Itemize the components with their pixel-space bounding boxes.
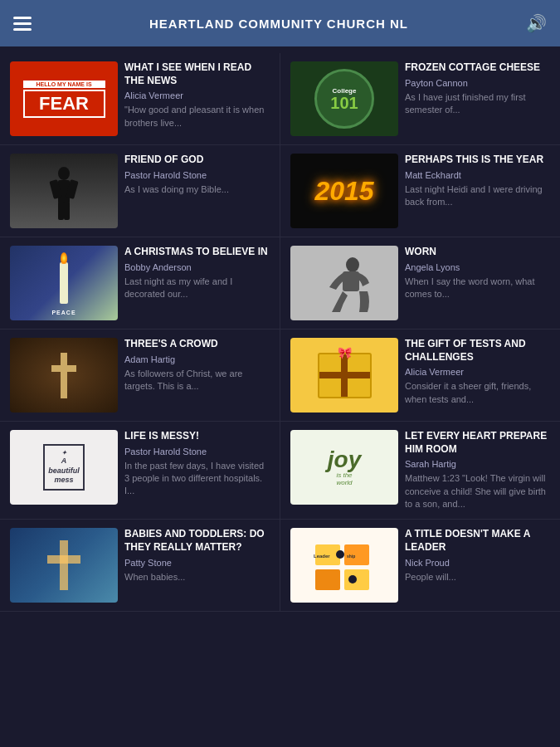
article-excerpt: "How good and pleasant it is when brothe… bbox=[124, 104, 270, 129]
article-info: FROZEN COTTAGE CHEESE Payton Cannon As I… bbox=[405, 61, 550, 116]
article-thumbnail bbox=[290, 246, 398, 320]
svg-rect-4 bbox=[58, 202, 64, 220]
article-thumbnail: joy is the world bbox=[290, 430, 398, 505]
article-row-pair-3: PEACE A CHRISTMAS TO BELIEVE IN Bobby An… bbox=[0, 237, 560, 330]
article-title: PERHAPS THIS IS THE YEAR bbox=[405, 154, 550, 167]
list-item[interactable]: 2015 PERHAPS THIS IS THE YEAR Matt Eckha… bbox=[280, 145, 560, 237]
article-author: Sarah Hartig bbox=[405, 459, 550, 469]
svg-point-12 bbox=[336, 550, 344, 559]
svg-text:ship: ship bbox=[347, 554, 355, 559]
article-title: WHAT I SEE WHEN I READ THE NEWS bbox=[124, 61, 270, 87]
article-info: BABIES AND TODDLERS: DO THEY REALLY MATT… bbox=[124, 528, 270, 583]
list-item[interactable]: 🎀 THE GIFT OF TESTS AND CHALLENGES Alici… bbox=[280, 330, 560, 421]
article-author: Adam Hartig bbox=[124, 354, 270, 364]
article-excerpt: Matthew 1:23 "Look! The virgin will conc… bbox=[405, 472, 550, 510]
article-excerpt: As I have just finished my first semeste… bbox=[405, 91, 550, 117]
list-item[interactable]: THREE'S A CROWD Adam Hartig As followers… bbox=[0, 330, 280, 421]
article-info: LIFE IS MESSY! Pastor Harold Stone In th… bbox=[124, 430, 270, 498]
article-thumbnail: College 101 bbox=[290, 61, 398, 136]
article-title: FROZEN COTTAGE CHEESE bbox=[405, 61, 550, 75]
article-thumbnail: Leader ship bbox=[290, 528, 398, 603]
article-info: WORN Angela Lyons When I say the word wo… bbox=[405, 246, 550, 300]
article-info: FRIEND OF GOD Pastor Harold Stone As I w… bbox=[124, 154, 270, 196]
svg-point-13 bbox=[348, 575, 357, 583]
article-author: Payton Cannon bbox=[405, 78, 550, 88]
list-item[interactable]: WORN Angela Lyons When I say the word wo… bbox=[280, 237, 560, 329]
article-title: THE GIFT OF TESTS AND CHALLENGES bbox=[405, 338, 550, 364]
article-title: LET EVERY HEART PREPARE HIM ROOM bbox=[405, 430, 550, 456]
list-item[interactable]: FRIEND OF GOD Pastor Harold Stone As I w… bbox=[0, 145, 280, 237]
article-author: Bobby Anderson bbox=[124, 262, 270, 272]
silhouette-icon bbox=[47, 167, 80, 225]
list-item[interactable]: PEACE A CHRISTMAS TO BELIEVE IN Bobby An… bbox=[0, 237, 280, 329]
article-author: Matt Eckhardt bbox=[405, 170, 550, 180]
article-thumbnail: 🎀 bbox=[290, 338, 398, 413]
svg-rect-5 bbox=[64, 202, 70, 220]
article-info: THREE'S A CROWD Adam Hartig As followers… bbox=[124, 338, 270, 393]
list-item[interactable]: College 101 FROZEN COTTAGE CHEESE Payton… bbox=[280, 53, 560, 144]
article-author: Pastor Harold Stone bbox=[124, 447, 270, 456]
article-info: A CHRISTMAS TO BELIEVE IN Bobby Anderson… bbox=[124, 246, 270, 300]
svg-rect-10 bbox=[315, 569, 340, 590]
article-title: A TITLE DOESN'T MAKE A LEADER bbox=[405, 528, 550, 554]
article-excerpt: People will... bbox=[405, 571, 550, 583]
app-header: HEARTLAND COMMUNITY CHURCH NL 🔊 bbox=[0, 0, 560, 46]
article-excerpt: In the past few days, I have visited 3 p… bbox=[124, 460, 270, 498]
article-author: Nick Proud bbox=[405, 558, 550, 568]
article-excerpt: When babies... bbox=[124, 571, 270, 583]
article-thumbnail: ✦ Abeautifulmess bbox=[10, 430, 118, 505]
list-item[interactable]: joy is the world LET EVERY HEART PREPARE… bbox=[280, 422, 560, 519]
header-title: HEARTLAND COMMUNITY CHURCH NL bbox=[32, 17, 526, 31]
svg-text:Leader: Leader bbox=[314, 554, 330, 559]
svg-point-0 bbox=[58, 167, 70, 180]
article-row-pair-1: HELLO MY NAME IS FEAR WHAT I SEE WHEN I … bbox=[0, 53, 560, 145]
article-author: Patty Stone bbox=[124, 558, 270, 568]
list-item[interactable]: HELLO MY NAME IS FEAR WHAT I SEE WHEN I … bbox=[0, 53, 280, 144]
article-thumbnail bbox=[10, 154, 118, 228]
article-author: Angela Lyons bbox=[405, 262, 550, 272]
speaker-icon[interactable]: 🔊 bbox=[526, 13, 547, 33]
article-title: BABIES AND TODDLERS: DO THEY REALLY MATT… bbox=[124, 528, 270, 554]
list-item[interactable]: ✦ Abeautifulmess LIFE IS MESSY! Pastor H… bbox=[0, 422, 280, 519]
article-row-pair-2: FRIEND OF GOD Pastor Harold Stone As I w… bbox=[0, 145, 560, 237]
article-author: Pastor Harold Stone bbox=[124, 170, 270, 180]
list-item[interactable]: BABIES AND TODDLERS: DO THEY REALLY MATT… bbox=[0, 520, 280, 611]
article-excerpt: Last night as my wife and I decorated ou… bbox=[124, 276, 270, 301]
svg-rect-11 bbox=[344, 569, 369, 590]
article-info: A TITLE DOESN'T MAKE A LEADER Nick Proud… bbox=[405, 528, 550, 583]
article-thumbnail: HELLO MY NAME IS FEAR bbox=[10, 61, 118, 136]
list-item[interactable]: Leader ship A TITLE DOESN'T MAKE A LEADE… bbox=[280, 520, 560, 611]
article-title: A CHRISTMAS TO BELIEVE IN bbox=[124, 246, 270, 259]
article-thumbnail bbox=[10, 338, 118, 413]
menu-button[interactable] bbox=[13, 17, 32, 31]
article-title: THREE'S A CROWD bbox=[124, 338, 270, 351]
article-excerpt: As I was doing my Bible... bbox=[124, 183, 270, 196]
article-info: LET EVERY HEART PREPARE HIM ROOM Sarah H… bbox=[405, 430, 550, 510]
article-thumbnail: PEACE bbox=[10, 246, 118, 320]
article-excerpt: As followers of Christ, we are targets. … bbox=[124, 368, 270, 393]
article-thumbnail: 2015 bbox=[290, 154, 398, 228]
article-row-pair-6: BABIES AND TODDLERS: DO THEY REALLY MATT… bbox=[0, 520, 560, 612]
article-info: PERHAPS THIS IS THE YEAR Matt Eckhardt L… bbox=[405, 154, 550, 208]
article-list: HELLO MY NAME IS FEAR WHAT I SEE WHEN I … bbox=[0, 46, 560, 618]
worn-person-icon bbox=[311, 250, 377, 316]
article-excerpt: Last night Heidi and I were driving back… bbox=[405, 183, 550, 209]
article-title: LIFE IS MESSY! bbox=[124, 430, 270, 443]
puzzle-icon: Leader ship bbox=[307, 536, 382, 594]
article-thumbnail bbox=[10, 528, 118, 603]
article-excerpt: When I say the word worn, what comes to.… bbox=[405, 276, 550, 301]
article-row-pair-5: ✦ Abeautifulmess LIFE IS MESSY! Pastor H… bbox=[0, 422, 560, 520]
article-author: Alicia Vermeer bbox=[124, 90, 270, 100]
article-row-pair-4: THREE'S A CROWD Adam Hartig As followers… bbox=[0, 330, 560, 422]
svg-rect-7 bbox=[343, 271, 359, 291]
article-title: FRIEND OF GOD bbox=[124, 154, 270, 167]
article-info: THE GIFT OF TESTS AND CHALLENGES Alicia … bbox=[405, 338, 550, 406]
article-author: Alicia Vermeer bbox=[405, 367, 550, 377]
article-excerpt: Consider it a sheer gift, friends, when … bbox=[405, 380, 550, 406]
article-title: WORN bbox=[405, 246, 550, 259]
svg-point-6 bbox=[346, 257, 359, 272]
article-info: WHAT I SEE WHEN I READ THE NEWS Alicia V… bbox=[124, 61, 270, 129]
